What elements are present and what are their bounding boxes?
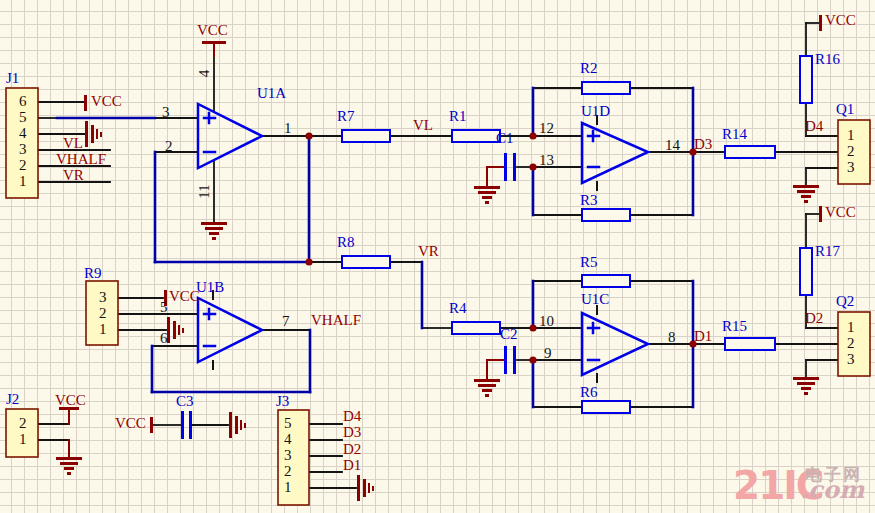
resistor-symbol xyxy=(582,209,630,221)
capacitor-plate xyxy=(513,346,516,374)
net-label-vhalf: VHALF xyxy=(56,152,106,167)
net-label-d1: D1 xyxy=(343,458,361,473)
net-label-vcc: VCC xyxy=(91,94,122,109)
vcc-bar-icon xyxy=(819,206,822,222)
capacitor-plate xyxy=(504,346,507,374)
ground-bars-icon xyxy=(182,328,184,333)
ground-icon xyxy=(478,191,496,194)
designator: R8 xyxy=(337,235,355,250)
net-label-d1: D1 xyxy=(694,329,712,344)
ground-icon xyxy=(797,190,815,193)
pin-number: 2 xyxy=(847,336,855,351)
resistor-symbol xyxy=(725,146,775,158)
ground-icon xyxy=(67,472,71,475)
pin-number: 3 xyxy=(284,448,292,463)
pin-number: 11 xyxy=(197,184,212,198)
ground-bars-icon xyxy=(91,125,94,143)
ground-icon xyxy=(793,185,819,188)
designator: R1 xyxy=(449,109,467,124)
vcc-bar-icon xyxy=(202,41,226,44)
ground-icon xyxy=(485,201,489,204)
resistor-symbol xyxy=(342,130,390,142)
ground-icon xyxy=(793,377,819,380)
ground-icon xyxy=(482,389,492,392)
connector-body xyxy=(278,410,309,505)
pin-number: 4 xyxy=(19,126,27,141)
ground-bars-icon xyxy=(372,486,374,491)
pin-number: 1 xyxy=(19,432,27,447)
pin-number: 5 xyxy=(19,110,27,125)
designator: U1A xyxy=(257,86,286,101)
ground-icon xyxy=(474,379,500,382)
pin-number: 2 xyxy=(165,139,173,154)
pin-number: 6 xyxy=(19,94,27,109)
pin-number: 4 xyxy=(197,70,212,78)
designator: U1C xyxy=(581,292,609,307)
pin-number: 2 xyxy=(847,144,855,159)
pin-number: 1 xyxy=(847,320,855,335)
ground-icon xyxy=(482,196,492,199)
ground-icon xyxy=(64,467,74,470)
ground-bars-icon xyxy=(357,475,360,501)
resistor-symbol xyxy=(582,401,630,413)
net-label-d2: D2 xyxy=(343,442,361,457)
net-label-d4: D4 xyxy=(805,119,823,134)
pin-number: 1 xyxy=(847,128,855,143)
net-label-vcc: VCC xyxy=(115,416,146,431)
net-label-vhalf: VHALF xyxy=(311,313,361,328)
pin-number: 2 xyxy=(19,158,27,173)
net-label-d4: D4 xyxy=(343,409,361,424)
pin-number: 2 xyxy=(19,416,27,431)
designator: R16 xyxy=(815,52,840,67)
pin-number: 6 xyxy=(160,331,168,346)
vcc-bar-icon xyxy=(819,15,822,31)
designator: Q2 xyxy=(836,294,854,309)
designator: C1 xyxy=(496,131,514,146)
ground-icon xyxy=(478,384,496,387)
junction-dot xyxy=(529,324,536,331)
resistor-symbol xyxy=(452,130,500,142)
ground-bars-icon xyxy=(229,412,232,438)
net-label-vcc: VCC xyxy=(55,393,86,408)
ground-icon xyxy=(209,232,219,235)
ground-bars-icon xyxy=(85,121,88,147)
net-label-vr: VR xyxy=(63,168,84,183)
pin-number: 7 xyxy=(282,314,290,329)
pin-number: 1 xyxy=(99,322,107,337)
pin-number: 3 xyxy=(99,290,107,305)
ground-bars-icon xyxy=(368,483,370,493)
pin-number: 1 xyxy=(19,174,27,189)
net-label-d2: D2 xyxy=(805,311,823,326)
pin-number: 10 xyxy=(539,314,554,329)
resistor-symbol xyxy=(582,275,630,287)
ground-icon xyxy=(801,387,811,390)
junction-dot xyxy=(305,132,312,139)
resistor-symbol xyxy=(800,248,812,295)
resistor-symbol xyxy=(800,56,812,103)
ground-icon xyxy=(212,237,216,240)
pin-number: 1 xyxy=(284,480,292,495)
ground-icon xyxy=(205,227,223,230)
schematic-canvas: J1R9J2J3Q1Q2U1AU1BU1CU1DR7R1R8R4R2R3R5R6… xyxy=(0,0,875,513)
designator: U1B xyxy=(196,280,224,295)
ground-bars-icon xyxy=(100,132,102,137)
designator: R4 xyxy=(449,301,467,316)
designator: C2 xyxy=(500,327,518,342)
net-label-d3: D3 xyxy=(694,137,712,152)
net-label-vcc: VCC xyxy=(825,13,856,28)
net-label-vcc: VCC xyxy=(197,23,228,38)
designator: R17 xyxy=(815,244,840,259)
net-label-vl: VL xyxy=(413,118,433,133)
pin-number: 3 xyxy=(847,160,855,175)
ground-bars-icon xyxy=(363,479,366,497)
net-label-vl: VL xyxy=(63,136,83,151)
ground-bars-icon xyxy=(240,420,242,430)
junction-dot xyxy=(529,163,536,170)
designator: J1 xyxy=(6,71,19,86)
ground-bars-icon xyxy=(96,129,98,139)
ground-bars-icon xyxy=(178,325,180,335)
net-label-d3: D3 xyxy=(343,425,361,440)
pin-number: 2 xyxy=(99,306,107,321)
pin-number: 3 xyxy=(847,352,855,367)
designator: R2 xyxy=(580,61,598,76)
